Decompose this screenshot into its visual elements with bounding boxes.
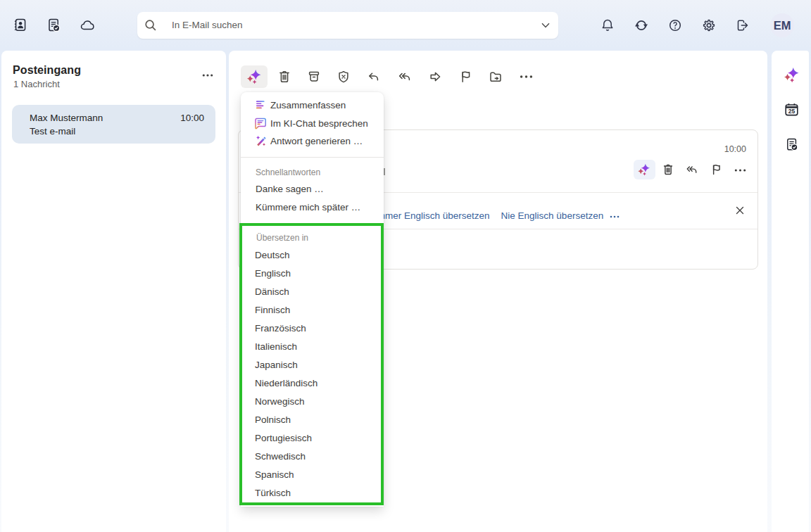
- svg-text:25: 25: [788, 108, 796, 115]
